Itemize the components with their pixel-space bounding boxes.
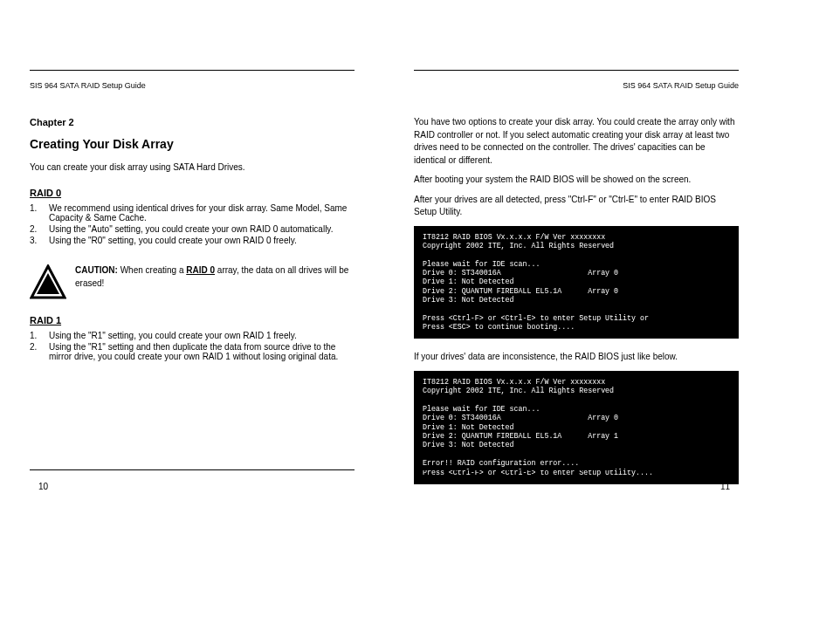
section-label: Chapter 2	[30, 116, 355, 130]
header-title: SIS 964 SATA RAID Setup Guide	[30, 81, 146, 90]
divider	[414, 469, 739, 470]
body-paragraph: You have two options to create your disk…	[414, 116, 739, 167]
raid0-heading: RAID 0	[30, 188, 355, 198]
list-item: 3.Using the "R0" setting, you could crea…	[30, 236, 355, 245]
caution-text: CAUTION: When creating a RAID 0 array, t…	[75, 264, 355, 290]
right-page: SIS 964 SATA RAID Setup Guide You have t…	[384, 0, 768, 523]
intro-text: You can create your disk array using SAT…	[30, 161, 355, 175]
caution-block: CAUTION: When creating a RAID 0 array, t…	[30, 264, 355, 301]
body-paragraph: After booting your system the RAID BIOS …	[414, 174, 739, 187]
list-item: 2.Using the "R1" setting and then duplic…	[30, 342, 355, 361]
page-number: 11	[720, 482, 730, 491]
left-page: SIS 964 SATA RAID Setup Guide Chapter 2 …	[0, 0, 384, 523]
chapter-header: SIS 964 SATA RAID Setup Guide	[30, 81, 355, 90]
body-paragraph: After your drives are all detected, pres…	[414, 194, 739, 219]
chapter-header: SIS 964 SATA RAID Setup Guide	[414, 81, 739, 90]
page-title: Creating Your Disk Array	[30, 137, 355, 151]
header-title: SIS 964 SATA RAID Setup Guide	[623, 81, 739, 90]
page-number: 10	[38, 482, 48, 491]
divider	[30, 469, 355, 470]
raid1-heading: RAID 1	[30, 315, 355, 325]
divider	[30, 70, 355, 71]
two-page-spread: SIS 964 SATA RAID Setup Guide Chapter 2 …	[0, 0, 833, 523]
list-item: 1.We recommend using identical drives fo…	[30, 203, 355, 223]
list-item: 1.Using the "R1" setting, you could crea…	[30, 331, 355, 340]
warning-icon	[30, 264, 66, 301]
bios-screenshot: IT8212 RAID BIOS Vx.x.x.x F/W Ver xxxxxx…	[414, 371, 739, 484]
bios-screenshot: IT8212 RAID BIOS Vx.x.x.x F/W Ver xxxxxx…	[414, 226, 739, 339]
divider	[414, 70, 739, 71]
body-paragraph: If your drives' data are inconsistence, …	[414, 351, 739, 364]
list-item: 2.Using the "Auto" setting, you could cr…	[30, 224, 355, 234]
